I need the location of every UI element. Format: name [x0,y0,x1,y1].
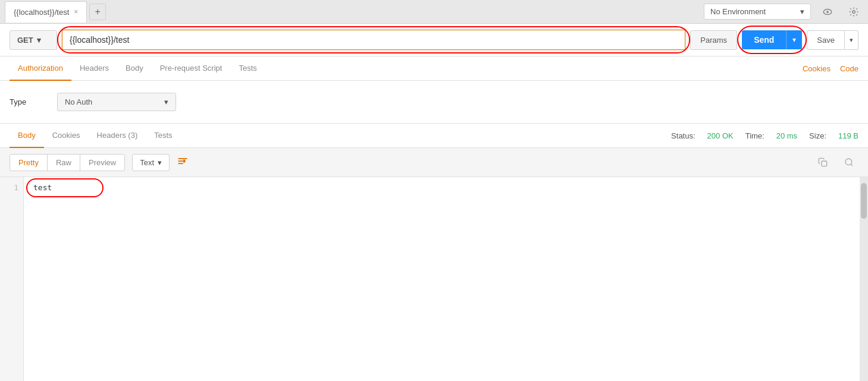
cookies-link[interactable]: Cookies [803,64,831,73]
tab-body[interactable]: Body [117,56,152,81]
url-bar: GET ▾ Params Send ▾ Save ▾ [0,24,868,56]
tab-tests[interactable]: Tests [230,56,265,81]
size-value: 119 B [838,131,858,140]
subtab-raw[interactable]: Raw [48,155,80,171]
copy-response-button[interactable] [813,153,832,172]
eye-icon-button[interactable] [818,2,837,21]
svg-point-1 [826,11,829,13]
tab-bar: {{localhost}}/test × + No Environment ▾ [0,0,868,24]
subtab-pretty[interactable]: Pretty [10,155,48,171]
subtab-preview[interactable]: Preview [80,155,124,171]
time-value: 20 ms [776,131,797,140]
tab-prerequest[interactable]: Pre-request Script [152,56,231,81]
svg-rect-6 [822,161,827,166]
send-group: Send ▾ [742,30,802,49]
auth-type-label: Type [10,97,45,106]
save-group: Save ▾ [807,30,858,50]
time-label: Time: [745,131,764,140]
auth-section: Type No Auth ▾ [0,81,868,124]
new-tab-button[interactable]: + [89,4,106,20]
req-tabs-right: Cookies Code [803,64,858,73]
method-select[interactable]: GET ▾ [10,30,57,50]
tab-authorization[interactable]: Authorization [10,56,71,81]
format-chevron: ▾ [158,158,162,167]
method-chevron: ▾ [37,36,41,45]
request-tabs: Authorization Headers Body Pre-request S… [0,56,868,81]
method-label: GET [17,36,33,45]
format-label: Text [140,158,154,167]
body-actions-right [813,153,858,172]
body-subtabs-bar: Pretty Raw Preview Text ▾ [0,148,868,177]
send-dropdown[interactable]: ▾ [786,30,802,49]
code-link[interactable]: Code [840,64,858,73]
wrap-icon[interactable] [177,155,189,170]
send-button[interactable]: Send [742,30,786,49]
line-number: 1 [5,183,18,192]
svg-point-7 [845,159,852,165]
auth-type-chevron: ▾ [164,97,168,106]
text-format-select[interactable]: Text ▾ [132,154,170,171]
size-label: Size: [809,131,826,140]
active-tab[interactable]: {{localhost}}/test × [5,1,87,23]
resp-tab-cookies[interactable]: Cookies [44,124,89,148]
environment-select[interactable]: No Environment ▾ [704,4,811,20]
status-label: Status: [671,131,695,140]
tab-bar-right: No Environment ▾ [704,2,863,21]
settings-icon-button[interactable] [844,2,863,21]
url-container [62,30,685,50]
svg-point-2 [853,10,856,13]
resp-tab-body[interactable]: Body [10,124,44,148]
response-content: test [24,177,860,381]
tab-headers[interactable]: Headers [71,56,117,81]
scrollbar-thumb[interactable] [861,183,867,219]
params-button[interactable]: Params [690,30,737,50]
save-dropdown[interactable]: ▾ [845,30,858,50]
auth-type-select[interactable]: No Auth ▾ [57,93,176,111]
main-content: GET ▾ Params Send ▾ Save ▾ Authorization… [0,24,868,381]
response-text: test [33,183,52,192]
tab-close[interactable]: × [74,8,78,16]
response-tabs: Body Cookies Headers (3) Tests Status: 2… [0,124,868,148]
env-chevron: ▾ [800,7,804,16]
response-body: 1 test [0,177,868,381]
auth-type-value: No Auth [65,97,92,106]
resp-tab-headers[interactable]: Headers (3) [89,124,146,148]
scrollbar[interactable] [860,177,868,381]
svg-line-8 [851,164,853,166]
url-input[interactable] [62,30,685,50]
env-label: No Environment [710,7,766,16]
status-value: 200 OK [707,131,734,140]
search-response-button[interactable] [839,153,858,172]
body-format-group: Pretty Raw Preview [10,154,125,171]
line-numbers: 1 [0,177,24,381]
auth-row: Type No Auth ▾ [10,93,858,111]
response-status-bar: Status: 200 OK Time: 20 ms Size: 119 B [671,131,858,140]
save-button[interactable]: Save [807,30,845,50]
tab-label: {{localhost}}/test [14,8,69,17]
resp-tab-tests[interactable]: Tests [146,124,180,148]
